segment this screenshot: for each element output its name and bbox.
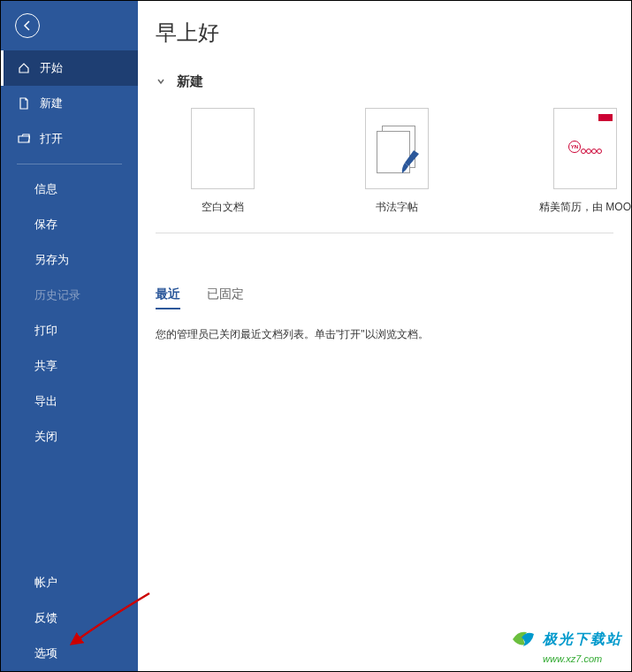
template-resume[interactable]: YN 精美简历，由 MOO — [539, 108, 631, 215]
sidebar-label: 保存 — [34, 217, 57, 233]
template-label: 书法字帖 — [376, 200, 418, 215]
sidebar-item-close[interactable]: 关闭 — [1, 419, 138, 454]
template-thumb-blank — [191, 108, 255, 189]
sidebar-label: 关闭 — [34, 429, 57, 445]
sidebar-item-feedback[interactable]: 反馈 — [1, 600, 138, 636]
back-arrow-icon — [15, 13, 40, 38]
divider — [156, 233, 613, 233]
template-thumb-resume: YN — [553, 108, 617, 189]
sidebar-item-start[interactable]: 开始 — [1, 50, 138, 86]
template-label: 空白文档 — [202, 200, 244, 215]
home-icon — [17, 61, 31, 75]
tab-pinned[interactable]: 已固定 — [207, 286, 244, 309]
sidebar-label: 选项 — [34, 645, 57, 661]
sidebar-label: 打印 — [34, 323, 57, 339]
resume-logo: YN — [568, 141, 581, 153]
sidebar-label: 历史记录 — [34, 287, 80, 303]
new-section-header[interactable]: 新建 — [156, 73, 631, 90]
sidebar-label: 开始 — [40, 60, 63, 76]
watermark-logo-icon — [509, 625, 537, 653]
sidebar-item-info[interactable]: 信息 — [1, 172, 138, 207]
section-title: 新建 — [177, 73, 203, 90]
sidebar-label: 另存为 — [34, 252, 69, 268]
watermark-name: 极光下载站 — [543, 630, 622, 649]
greeting-title: 早上好 — [156, 19, 631, 47]
sidebar-label: 导出 — [34, 393, 57, 409]
sidebar-item-share[interactable]: 共享 — [1, 348, 138, 384]
svg-marker-0 — [405, 150, 419, 166]
divider — [17, 164, 122, 164]
sidebar-item-account[interactable]: 帐户 — [1, 565, 138, 600]
sidebar-label: 帐户 — [34, 575, 57, 591]
sidebar-item-saveas[interactable]: 另存为 — [1, 242, 138, 278]
template-label: 精美简历，由 MOO — [539, 200, 631, 215]
sidebar-item-export[interactable]: 导出 — [1, 384, 138, 419]
back-button[interactable] — [1, 1, 138, 50]
sidebar-label: 信息 — [34, 181, 57, 197]
sidebar-item-history: 历史记录 — [1, 278, 138, 313]
sidebar-label: 反馈 — [34, 610, 57, 626]
sidebar-label: 打开 — [40, 131, 63, 147]
chevron-down-icon — [156, 74, 166, 90]
sidebar-item-new[interactable]: 新建 — [1, 86, 138, 121]
sidebar-item-open[interactable]: 打开 — [1, 121, 138, 157]
template-thumb-calligraphy — [365, 108, 429, 189]
document-icon — [17, 96, 31, 111]
folder-icon — [17, 132, 31, 146]
template-calligraphy[interactable]: 书法字帖 — [365, 108, 429, 215]
template-blank[interactable]: 空白文档 — [191, 108, 255, 215]
sidebar-item-print[interactable]: 打印 — [1, 313, 138, 348]
sidebar-label: 共享 — [34, 358, 57, 374]
info-message: 您的管理员已关闭最近文档列表。单击"打开"以浏览文档。 — [156, 327, 631, 342]
watermark: 极光下载站 www.xz7.com — [509, 625, 622, 664]
watermark-url: www.xz7.com — [509, 653, 622, 664]
sidebar-item-save[interactable]: 保存 — [1, 207, 138, 242]
sidebar-label: 新建 — [40, 95, 63, 111]
sidebar-item-options[interactable]: 选项 — [1, 636, 138, 671]
tab-recent[interactable]: 最近 — [156, 286, 180, 309]
